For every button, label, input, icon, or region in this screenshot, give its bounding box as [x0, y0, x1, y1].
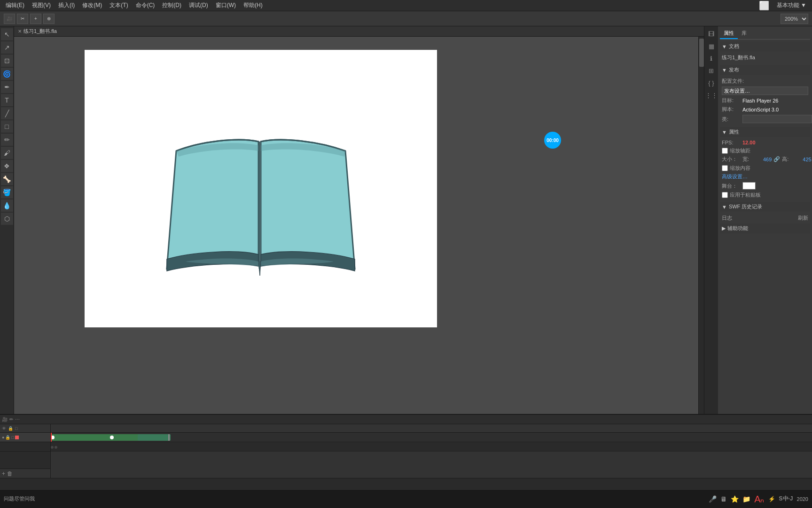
toolbar-btn-3[interactable]: +	[30, 14, 41, 24]
menu-help[interactable]: 帮助(H)	[240, 0, 266, 10]
stage-color-swatch[interactable]	[742, 182, 756, 190]
layer-color	[15, 436, 19, 439]
tool-paint-bucket[interactable]: 🪣	[1, 186, 13, 198]
v-scrollbar-thumb[interactable]	[699, 39, 704, 67]
tab-properties[interactable]: 属性	[720, 28, 738, 39]
tool-free-transform[interactable]: ⊡	[1, 55, 13, 67]
advanced-settings-btn[interactable]: 高级设置…	[722, 173, 748, 180]
tool-pen[interactable]: ✒	[1, 81, 13, 93]
tool-bone[interactable]: 🦴	[1, 173, 13, 185]
publish-settings-row	[722, 87, 808, 95]
lang-indicator: S中·J	[779, 495, 793, 503]
swf-col1: 日志	[722, 214, 732, 222]
tool-select[interactable]: ↖	[1, 28, 13, 40]
aux-arrow: ▶	[722, 225, 726, 231]
icon-grid[interactable]: ▦	[706, 40, 717, 52]
tool-deco[interactable]: ❖	[1, 160, 13, 172]
document-section-header[interactable]: ▼ 文档	[720, 41, 810, 51]
square-icon: □	[15, 426, 17, 431]
target-label: 目标:	[722, 97, 741, 104]
icon-timeline[interactable]: 🎞	[706, 28, 717, 40]
tab-library[interactable]: 库	[738, 28, 750, 39]
tool-lasso[interactable]: 🌀	[1, 68, 13, 80]
menu-debug[interactable]: 调试(D)	[185, 0, 212, 10]
timeline-header: 🎥 ✏ ⋯	[0, 415, 812, 424]
menu-bar: 编辑(E) 视图(V) 插入(I) 修改(M) 文本(T) 命令(C) 控制(D…	[0, 0, 812, 11]
class-input[interactable]	[742, 115, 812, 123]
size-label: 大小：	[722, 156, 741, 163]
shrink-axis-checkbox[interactable]	[722, 148, 728, 154]
icon-align[interactable]: ⊞	[706, 65, 717, 76]
add-layer-btn[interactable]: +	[2, 470, 5, 477]
swf-history-header[interactable]: ▼ SWF 历史记录	[720, 202, 810, 212]
tool-eyedropper[interactable]: 💧	[1, 199, 13, 212]
script-value: ActionScript 3.0	[742, 107, 808, 112]
aux-features-header[interactable]: ▶ 辅助功能	[720, 223, 810, 233]
aux-features-label: 辅助功能	[727, 225, 748, 232]
stage-canvas	[85, 50, 437, 327]
class-label: 类:	[722, 116, 741, 123]
menu-edit[interactable]: 编辑(E)	[2, 0, 28, 10]
tool-eraser[interactable]: ⬡	[1, 213, 13, 225]
shrink-axis-row: 缩放轴距	[722, 147, 808, 154]
grid-icon: ⋯	[15, 417, 20, 422]
workspace-dropdown[interactable]: 基本功能 ▼	[773, 0, 810, 10]
timer-circle[interactable]: 00:00	[544, 132, 561, 149]
tool-rect[interactable]: □	[1, 120, 13, 133]
close-tab-icon[interactable]: ✕	[18, 29, 22, 34]
menu-insert[interactable]: 插入(I)	[55, 0, 78, 10]
target-value: Flash Player 26	[742, 98, 808, 103]
icon-dots[interactable]: ⋮⋮	[706, 89, 717, 101]
props-section-arrow: ▼	[722, 129, 727, 135]
pencil-icon: ✏	[9, 417, 13, 422]
tool-brush[interactable]: 🖌	[1, 147, 13, 159]
delete-layer-btn[interactable]: 🗑	[7, 470, 13, 477]
zoom-select[interactable]: 200%	[781, 14, 808, 24]
publish-section-header[interactable]: ▼ 发布	[720, 65, 810, 75]
timeline-frames: 1s 2s 3s 4s 5s 6s 7s 8s 9s 10s 11s 12s 1…	[51, 424, 812, 478]
layer-row-2[interactable]	[0, 442, 50, 452]
status-message: 问题尽管问我	[4, 495, 35, 502]
menu-command[interactable]: 命令(C)	[132, 0, 159, 10]
shrink-content-checkbox[interactable]	[722, 165, 728, 171]
shrink-content-label: 缩放内容	[730, 165, 750, 172]
publish-settings-input[interactable]	[722, 87, 808, 95]
icon-code[interactable]: { }	[706, 77, 717, 88]
document-tab[interactable]: 练习1_翻书.fla	[23, 28, 57, 35]
config-label: 配置文件:	[722, 78, 744, 85]
frame-row-2	[51, 442, 812, 452]
shrink-content-row: 缩放内容	[722, 165, 808, 172]
toolbar: 🎥 ✂ + ⊕ 200%	[0, 11, 812, 26]
folder-icon: 📁	[742, 495, 750, 503]
tool-subselect[interactable]: ↗	[1, 41, 13, 54]
tool-line[interactable]: ╱	[1, 107, 13, 119]
props-section-content: FPS: 12.00 缩放轴距 大小： 宽: 469 🔗 高: 425	[720, 138, 810, 202]
menu-text[interactable]: 文本(T)	[106, 0, 132, 10]
icon-info[interactable]: ℹ	[706, 53, 717, 64]
menu-window[interactable]: 窗口(W)	[212, 0, 240, 10]
toolbar-btn-1[interactable]: 🎥	[4, 14, 15, 24]
dot2	[55, 446, 57, 449]
toolbar-btn-snap[interactable]: ⊕	[43, 14, 55, 24]
props-section-header[interactable]: ▼ 属性	[720, 127, 810, 137]
menu-view[interactable]: 视图(V)	[28, 0, 55, 10]
menu-control[interactable]: 控制(D)	[158, 0, 185, 10]
frame-dots	[51, 446, 57, 449]
script-row: 脚本: ActionScript 3.0	[722, 106, 808, 113]
apply-clipboard-checkbox[interactable]	[722, 192, 728, 198]
status-bar	[0, 478, 812, 489]
mic-icon: 🎤	[709, 495, 717, 503]
eye-toggle[interactable]: ●	[2, 435, 4, 440]
document-filename: 练习1_翻书.fla	[722, 54, 808, 61]
size-row: 大小： 宽: 469 🔗 高: 425	[722, 156, 808, 163]
tool-text[interactable]: T	[1, 94, 13, 106]
timeline-controls: 🎥 ✏ ⋯	[2, 417, 20, 422]
timer-value: 00:00	[547, 138, 559, 143]
outline-toggle[interactable]: □	[11, 435, 14, 440]
layer-row-1[interactable]: ● 🔒 □	[0, 433, 50, 442]
lock-toggle[interactable]: 🔒	[5, 435, 10, 440]
swf-history-label: SWF 历史记录	[729, 203, 763, 210]
tool-pencil[interactable]: ✏	[1, 134, 13, 146]
toolbar-btn-2[interactable]: ✂	[17, 14, 28, 24]
menu-modify[interactable]: 修改(M)	[78, 0, 106, 10]
